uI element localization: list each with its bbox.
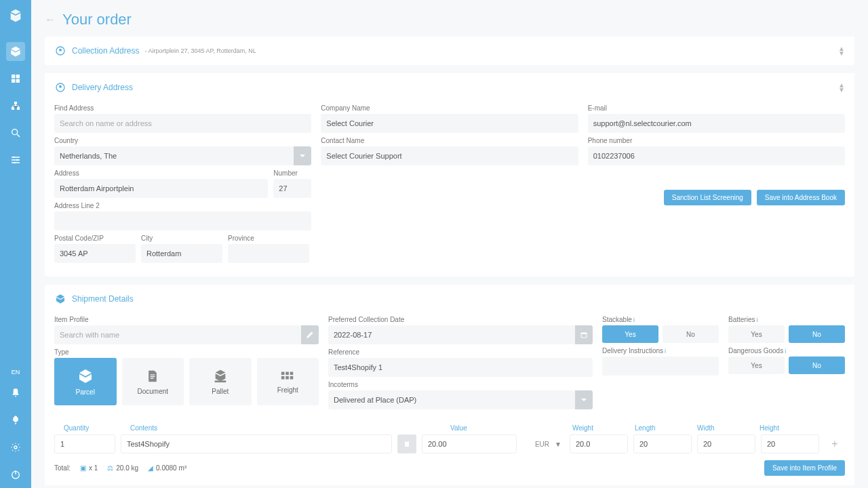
deliv-instr-input[interactable] bbox=[602, 357, 719, 375]
address-input[interactable] bbox=[54, 179, 268, 198]
edit-icon[interactable] bbox=[301, 325, 319, 344]
currency-label[interactable]: EUR bbox=[522, 434, 549, 453]
email-input[interactable] bbox=[588, 114, 845, 133]
label-find-address: Find Address bbox=[54, 104, 311, 112]
totals: Total: ▣x 1 ⚖20.0 kg ◢0.0080 m³ Save int… bbox=[54, 460, 845, 476]
nav-tree[interactable] bbox=[6, 96, 25, 115]
stackable-no[interactable]: No bbox=[663, 325, 719, 343]
label-stackable: Stackablei bbox=[602, 316, 719, 323]
batteries-no[interactable]: No bbox=[789, 325, 845, 343]
pallet-icon bbox=[213, 369, 228, 384]
type-parcel[interactable]: Parcel bbox=[54, 358, 117, 405]
document-icon bbox=[146, 369, 159, 384]
label-reference: Reference bbox=[328, 348, 593, 356]
pin-icon bbox=[54, 45, 66, 57]
svg-point-11 bbox=[14, 162, 16, 164]
freight-icon bbox=[280, 370, 295, 382]
lang-switch[interactable]: EN bbox=[12, 369, 20, 375]
item-width-input[interactable] bbox=[697, 434, 755, 453]
nav-power[interactable] bbox=[6, 465, 25, 484]
svg-rect-27 bbox=[286, 376, 290, 380]
batteries-yes[interactable]: Yes bbox=[728, 325, 785, 343]
clipboard-icon[interactable] bbox=[397, 434, 416, 453]
label-postal: Postal Code/ZIP bbox=[54, 235, 136, 242]
svg-rect-19 bbox=[151, 374, 155, 375]
dangerous-yes[interactable]: Yes bbox=[728, 357, 785, 374]
nav-search[interactable] bbox=[6, 123, 25, 142]
svg-point-10 bbox=[16, 159, 18, 161]
nav-dashboard[interactable] bbox=[6, 69, 25, 88]
items-header: Quantity Contents Value Weight Length Wi… bbox=[54, 424, 845, 434]
nav-gear[interactable] bbox=[6, 438, 25, 457]
delivery-title: Delivery Address bbox=[72, 83, 133, 92]
address2-input[interactable] bbox=[54, 211, 311, 230]
province-input[interactable] bbox=[228, 244, 309, 263]
nav-settings-icon[interactable] bbox=[6, 150, 25, 169]
svg-rect-3 bbox=[16, 79, 20, 83]
item-weight-input[interactable] bbox=[570, 434, 628, 453]
back-arrow-icon[interactable]: ← bbox=[45, 14, 56, 26]
label-pcd: Preferred Collection Date bbox=[328, 316, 593, 323]
item-value-input[interactable] bbox=[422, 434, 517, 453]
nav-orders[interactable] bbox=[6, 42, 25, 61]
svg-rect-4 bbox=[14, 102, 17, 104]
dangerous-no[interactable]: No bbox=[789, 357, 845, 374]
stackable-yes[interactable]: Yes bbox=[602, 325, 658, 343]
add-item-icon[interactable]: + bbox=[825, 438, 845, 450]
find-address-input[interactable] bbox=[54, 114, 311, 133]
profile-input[interactable] bbox=[54, 325, 301, 344]
item-height-input[interactable] bbox=[761, 434, 819, 453]
type-freight[interactable]: Freight bbox=[257, 358, 319, 405]
contact-input[interactable] bbox=[321, 146, 578, 165]
label-city: City bbox=[141, 235, 222, 242]
info-icon[interactable]: i bbox=[785, 348, 786, 354]
number-input[interactable] bbox=[273, 179, 311, 198]
collection-subtitle: - Airportplein 27, 3045 AP, Rotterdam, N… bbox=[144, 47, 256, 54]
label-country: Country bbox=[54, 137, 311, 144]
company-input[interactable] bbox=[321, 114, 578, 133]
city-input[interactable] bbox=[141, 244, 222, 263]
info-icon[interactable]: i bbox=[756, 317, 757, 323]
currency-chevron-icon[interactable]: ▼ bbox=[555, 441, 564, 448]
item-length-input[interactable] bbox=[633, 434, 692, 453]
calendar-icon[interactable] bbox=[575, 325, 593, 344]
label-province: Province bbox=[228, 235, 309, 242]
postal-input[interactable] bbox=[54, 244, 136, 263]
reference-input[interactable] bbox=[328, 358, 593, 377]
save-address-button[interactable]: Save into Address Book bbox=[757, 190, 845, 205]
logo bbox=[7, 7, 24, 24]
expand-toggle-icon[interactable]: ▲▼ bbox=[838, 83, 845, 92]
item-contents-input[interactable] bbox=[121, 434, 392, 453]
main: ← Your order Collection Address - Airpor… bbox=[31, 0, 868, 488]
phone-input[interactable] bbox=[588, 146, 845, 165]
collection-title: Collection Address bbox=[72, 46, 139, 56]
svg-rect-30 bbox=[581, 334, 586, 338]
info-icon[interactable]: i bbox=[665, 348, 666, 354]
label-profile: Item Profile bbox=[54, 316, 319, 323]
item-qty-input[interactable] bbox=[54, 434, 115, 453]
nav-rocket[interactable] bbox=[6, 411, 25, 430]
label-type: Type bbox=[54, 348, 319, 356]
svg-rect-21 bbox=[151, 378, 154, 378]
type-pallet[interactable]: Pallet bbox=[189, 358, 252, 405]
svg-line-8 bbox=[17, 134, 20, 137]
label-phone: Phone number bbox=[588, 137, 845, 144]
info-icon[interactable]: i bbox=[633, 317, 635, 323]
chevron-down-icon[interactable] bbox=[575, 390, 593, 409]
save-profile-button[interactable]: Save into Item Profile bbox=[764, 460, 845, 476]
incoterms-select[interactable] bbox=[328, 390, 575, 409]
item-row: EUR ▼ + bbox=[54, 434, 845, 453]
country-chevron-icon[interactable] bbox=[294, 146, 311, 165]
svg-rect-2 bbox=[12, 79, 15, 83]
label-batteries: Batteriesi bbox=[728, 316, 845, 323]
country-select[interactable] bbox=[54, 146, 294, 165]
svg-point-18 bbox=[59, 85, 62, 88]
expand-toggle-icon[interactable]: ▲▼ bbox=[838, 46, 845, 56]
sanction-button[interactable]: Sanction List Screening bbox=[664, 190, 751, 205]
svg-rect-20 bbox=[151, 376, 155, 377]
svg-rect-25 bbox=[290, 371, 294, 375]
pin-icon bbox=[54, 81, 66, 94]
type-document[interactable]: Document bbox=[122, 358, 184, 405]
pcd-input[interactable] bbox=[328, 325, 575, 344]
nav-notifications[interactable] bbox=[6, 384, 25, 403]
